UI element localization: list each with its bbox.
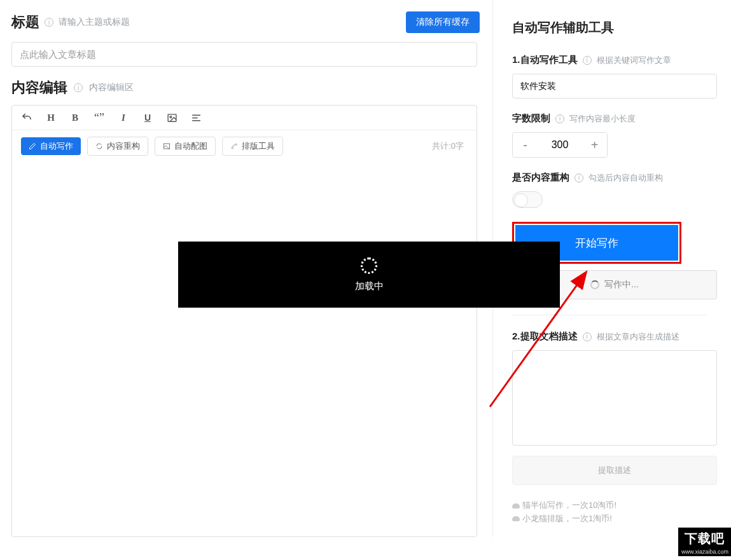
sec2-label: 2.提取文档描述	[512, 331, 578, 343]
clear-cache-button[interactable]: 清除所有缓存	[406, 11, 480, 33]
bold-icon[interactable]: B	[69, 112, 81, 123]
info-icon: i	[555, 114, 564, 123]
quote-icon[interactable]: “”	[94, 112, 105, 123]
align-icon[interactable]	[190, 112, 202, 123]
title-input[interactable]	[20, 49, 469, 60]
spinner-icon	[590, 280, 599, 289]
sec1-hint: 根据关键词写作文章	[597, 55, 671, 66]
watermark-text: 下载吧	[678, 528, 731, 549]
keyword-input-wrap[interactable]	[512, 74, 717, 99]
rewrite-toggle-label: 是否内容重构	[512, 172, 569, 184]
writing-status-label: 写作中...	[604, 279, 639, 290]
info-icon: i	[583, 332, 592, 341]
cloud-icon	[512, 503, 520, 509]
rewrite-label: 内容重构	[107, 140, 140, 152]
sec2-hint: 根据文章内容生成描述	[597, 331, 679, 343]
extract-description-button[interactable]: 提取描述	[512, 456, 717, 485]
content-hint: 内容编辑区	[89, 82, 134, 93]
info-icon: i	[574, 174, 583, 182]
loading-text: 加载中	[355, 280, 384, 292]
layout-tool-button[interactable]: 排版工具	[222, 137, 283, 156]
undo-icon[interactable]	[21, 112, 32, 123]
auto-image-label: 自动配图	[174, 140, 207, 152]
svg-point-1	[169, 116, 171, 118]
rewrite-toggle[interactable]	[512, 191, 543, 208]
wordlimit-stepper[interactable]: - +	[512, 132, 608, 158]
layout-tool-label: 排版工具	[242, 140, 275, 152]
description-textarea[interactable]	[512, 350, 717, 446]
content-heading: 内容编辑	[11, 78, 67, 97]
auto-image-button[interactable]: 自动配图	[155, 137, 216, 156]
rewrite-toggle-hint: 勾选后内容自动重构	[588, 172, 663, 184]
footer-hint-1: 猫半仙写作，一次10淘币!	[522, 500, 616, 510]
watermark: 下载吧 www.xiazaiba.com	[678, 528, 731, 556]
image-icon[interactable]	[166, 112, 178, 123]
wrench-icon	[230, 142, 238, 150]
wordlimit-input[interactable]	[538, 133, 582, 157]
title-heading: 标题	[11, 13, 39, 32]
editor-area: H B “” I U 自动写作 内容重构 自动配图	[11, 105, 477, 537]
footer-hints: 猫半仙写作，一次10淘币! 小龙猫排版，一次1淘币!	[512, 499, 707, 526]
wordlimit-label: 字数限制	[512, 113, 550, 125]
loading-overlay: 加载中	[178, 242, 560, 308]
info-icon: i	[74, 83, 83, 92]
info-icon: i	[583, 56, 592, 65]
stepper-plus-button[interactable]: +	[582, 133, 607, 157]
image-icon	[163, 142, 171, 150]
word-counter: 共计:0字	[432, 140, 464, 152]
footer-hint-2: 小龙猫排版，一次1淘币!	[522, 514, 612, 523]
title-hint: 请输入主题或标题	[59, 17, 130, 28]
info-icon: i	[45, 18, 53, 27]
watermark-url: www.xiazaiba.com	[678, 549, 731, 556]
cloud-icon	[512, 516, 520, 521]
italic-icon[interactable]: I	[118, 112, 129, 123]
keyword-input[interactable]	[520, 81, 709, 92]
pencil-icon	[29, 142, 36, 150]
divider	[512, 315, 707, 315]
title-input-wrap[interactable]	[11, 42, 477, 67]
wordlimit-hint: 写作内容最小长度	[569, 113, 636, 125]
stepper-minus-button[interactable]: -	[513, 133, 538, 157]
heading-icon[interactable]: H	[45, 112, 57, 123]
rewrite-button[interactable]: 内容重构	[87, 137, 148, 156]
auto-write-label: 自动写作	[40, 140, 73, 152]
underline-icon[interactable]: U	[142, 112, 153, 123]
spinner-icon	[361, 257, 377, 274]
sidebar-title: 自动写作辅助工具	[512, 19, 707, 36]
auto-write-button[interactable]: 自动写作	[21, 137, 81, 155]
refresh-icon	[95, 142, 103, 150]
sec1-label: 1.自动写作工具	[512, 54, 578, 66]
